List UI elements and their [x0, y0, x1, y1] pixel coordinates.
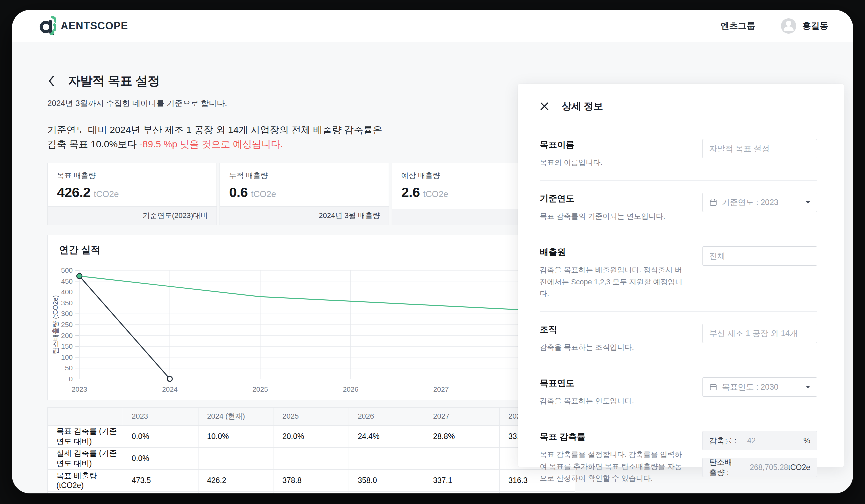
organization-input[interactable]: 부산 제조 1 공장 외 14개 — [702, 324, 817, 343]
screen: { "colors": { "accent_green":"#4cbd8a", … — [0, 0, 865, 504]
detail-panel: 상세 정보 목표이름목표의 이름입니다.자발적 목표 설정기준연도목표 감축률의… — [518, 84, 844, 467]
field-source: 배출원감축을 목표하는 배출원입니다. 정식출시 버전에서는 Scope 1,2… — [540, 234, 817, 311]
table-body: 목표 감축률 (기준연도 대비)0.0%10.0%20.0%24.4%28.8%… — [48, 425, 575, 493]
svg-text:250: 250 — [61, 321, 73, 328]
table-col-header-2: 2024 (현재) — [198, 407, 274, 425]
svg-text:400: 400 — [61, 288, 73, 296]
svg-text:2024: 2024 — [162, 385, 178, 393]
table-row-3: 연도 별 배출량 (tCO2e)473.5----- — [48, 491, 575, 493]
page-title: 자발적 목표 설정 — [68, 73, 160, 89]
summary-line2: 감축 목표 10.0%보다 -89.5 %p 낮을 것으로 예상됩니다. — [47, 137, 576, 151]
source-input[interactable]: 전체 — [702, 246, 817, 266]
header-right: 엔츠그룹 홍길동 — [720, 18, 828, 34]
stat-card-unit: tCO2e — [251, 189, 276, 199]
table-cell: - — [349, 491, 424, 493]
field-label-target-rate: 목표 감축률 — [540, 431, 687, 443]
table-cell: - — [198, 447, 274, 469]
annual-performance-card: 연간 실적 0501001502002503003504004505002023… — [47, 235, 561, 400]
stat-card-footnote: 2024년 3월 배출량 — [220, 206, 389, 225]
table-cell: 0.0% — [123, 425, 198, 447]
svg-text:2027: 2027 — [433, 385, 449, 393]
field-desc-target-rate: 목표 감축률을 설정합니다. 감축률을 입력하여 목표를 추가하면 목표 탄소배… — [540, 449, 687, 484]
table-cell: 473.5 — [123, 469, 198, 491]
close-icon — [540, 102, 549, 111]
field-goal-name: 목표이름목표의 이름입니다.자발적 목표 설정 — [540, 127, 817, 180]
field-organization: 조직감축을 목표하는 조직입니다.부산 제조 1 공장 외 14개 — [540, 311, 817, 365]
table-row-0: 목표 감축률 (기준연도 대비)0.0%10.0%20.0%24.4%28.8%… — [48, 425, 575, 447]
stat-card-value: 0.6 — [229, 185, 248, 200]
detail-panel-header: 상세 정보 — [540, 99, 817, 113]
chevron-down-icon — [806, 201, 810, 204]
target-year-select-value: 목표연도 : 2030 — [722, 382, 778, 392]
user-name[interactable]: 홍길동 — [802, 20, 828, 32]
detail-panel-fields: 목표이름목표의 이름입니다.자발적 목표 설정기준연도목표 감축률의 기준이되는… — [540, 127, 817, 493]
table-header-row: 20232024 (현재)2025202620272028 — [48, 407, 575, 425]
target-year-select[interactable]: 목표연도 : 2030 — [702, 377, 817, 397]
svg-text:50: 50 — [65, 364, 73, 372]
chevron-down-icon — [806, 386, 810, 389]
close-button[interactable] — [540, 102, 549, 111]
field-label-source: 배출원 — [540, 246, 687, 258]
summary-line1: 기준연도 대비 2024년 부산 제조 1 공장 외 14개 사업장의 전체 배… — [47, 123, 576, 137]
svg-text:500: 500 — [61, 266, 73, 274]
table-cell: 0.0% — [123, 447, 198, 469]
goal-name-input[interactable]: 자발적 목표 설정 — [702, 139, 817, 158]
table-cell: 20.0% — [274, 425, 349, 447]
base-year-select[interactable]: 기준연도 : 2023 — [702, 193, 817, 212]
summary-highlight: -89.5 %p 낮을 것으로 예상됩니다. — [139, 139, 283, 149]
stat-card-value: 2.6 — [401, 185, 420, 200]
stat-card-value: 426.2 — [57, 185, 90, 200]
user-avatar[interactable] — [781, 18, 796, 34]
field-label-organization: 조직 — [540, 324, 687, 335]
calendar-icon — [709, 383, 717, 391]
svg-text:350: 350 — [61, 299, 73, 306]
svg-text:2025: 2025 — [253, 385, 268, 393]
stat-cards-row: 목표 배출량426.2tCO2e기준연도(2023)대비누적 배출량0.6tCO… — [47, 163, 561, 225]
table-cell: 24.4% — [349, 425, 424, 447]
target-emission-readout: 탄소배출량 :268,705.28tCO2e — [702, 458, 817, 477]
field-desc-source: 감축을 목표하는 배출원입니다. 정식출시 버전에서는 Scope 1,2,3 … — [540, 264, 687, 299]
chart-title: 연간 실적 — [48, 235, 561, 265]
target-rate-input[interactable]: 감축률 :42% — [702, 431, 817, 450]
table-cell: 426.2 — [198, 469, 274, 491]
table-col-header-3: 2025 — [274, 407, 349, 425]
table-row-label: 연도 별 배출량 (tCO2e) — [48, 491, 123, 493]
table-cell: - — [198, 491, 274, 493]
table-row-label: 실제 감축률 (기준연도 대비) — [48, 447, 123, 469]
table-row-label: 목표 배출량 (tCO2e) — [48, 469, 123, 491]
page-subtitle: 2024년 3월까지 수집한 데이터를 기준으로 합니다. — [47, 98, 576, 109]
table-cell: 358.0 — [349, 469, 424, 491]
field-base-year: 기준연도목표 감축률의 기준이되는 연도입니다.기준연도 : 2023 — [540, 180, 817, 234]
table-col-header-5: 2027 — [424, 407, 500, 425]
table-cell: 10.0% — [198, 425, 274, 447]
table-col-header-1: 2023 — [123, 407, 198, 425]
stat-card-label: 목표 배출량 — [57, 171, 207, 181]
svg-text:300: 300 — [61, 310, 73, 317]
field-desc-target-year: 감축을 목표하는 연도입니다. — [540, 395, 687, 407]
table-cell: 473.5 — [123, 491, 198, 493]
annual-performance-chart: 0501001502002503003504004505002023202420… — [48, 265, 562, 400]
calendar-icon — [709, 198, 717, 206]
app-logo[interactable]: AENTSCOPE — [37, 15, 128, 37]
stat-card-0: 목표 배출량426.2tCO2e기준연도(2023)대비 — [47, 163, 217, 225]
table-cell: 28.8% — [424, 425, 500, 447]
chevron-left-icon — [47, 75, 55, 87]
app-window: AENTSCOPE 엔츠그룹 홍길동 자발적 — [12, 10, 853, 493]
table-col-header-0 — [48, 407, 123, 425]
aentscope-sprout-icon — [37, 15, 56, 37]
stat-card-unit: tCO2e — [94, 189, 119, 199]
svg-text:150: 150 — [61, 342, 73, 350]
field-label-base-year: 기준연도 — [540, 193, 687, 204]
stat-card-footnote: 기준연도(2023)대비 — [48, 206, 217, 225]
title-row: 자발적 목표 설정 — [47, 73, 576, 89]
table-cell: - — [424, 491, 500, 493]
field-desc-goal-name: 목표의 이름입니다. — [540, 157, 687, 168]
svg-text:0: 0 — [69, 375, 73, 383]
field-label-target-year: 목표연도 — [540, 377, 687, 389]
svg-text:탄소배출량 (tCO2e): 탄소배출량 (tCO2e) — [52, 295, 59, 354]
table-cell: - — [274, 491, 349, 493]
svg-text:200: 200 — [61, 331, 73, 339]
table-cell: - — [274, 447, 349, 469]
table-row-label: 목표 감축률 (기준연도 대비) — [48, 425, 123, 447]
back-button[interactable] — [47, 75, 55, 87]
